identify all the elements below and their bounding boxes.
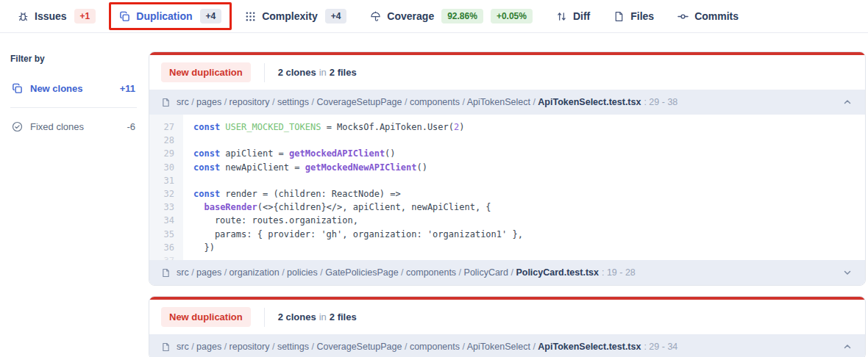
path-separator: / — [530, 97, 538, 107]
code-line: 31 — [149, 174, 865, 187]
path-segment: CoverageSetupPage — [316, 342, 402, 352]
path-separator: / — [189, 342, 196, 352]
complexity-icon — [245, 11, 256, 22]
file-path-row[interactable]: src / pages / organization / policies / … — [149, 260, 865, 285]
path-segment: src — [177, 342, 189, 352]
duplicate-icon — [12, 83, 23, 94]
sidebar-item-new-clones[interactable]: New clones+11 — [10, 76, 137, 101]
line-number: 36 — [149, 241, 183, 254]
code-text: route: routes.organization, — [183, 214, 358, 227]
file-name: PolicyCard.test.tsx — [516, 267, 599, 278]
card-header: New duplication2 clonesin2 files — [149, 300, 865, 334]
path-segment: organization — [230, 267, 280, 278]
line-number: 33 — [149, 201, 183, 214]
file-name: ApiTokenSelect.test.tsx — [538, 97, 641, 107]
path-separator: / — [456, 267, 463, 278]
code-text — [183, 174, 193, 187]
path-separator: / — [318, 267, 325, 278]
tab-diff[interactable]: Diff — [546, 4, 600, 29]
card-header: New duplication2 clonesin2 files — [149, 55, 865, 90]
code-text: }) — [183, 241, 215, 254]
filter-by-title: Filter by — [10, 54, 137, 64]
path-segment: pages — [196, 267, 221, 278]
sidebar-item-label: Fixed clones — [30, 121, 84, 132]
umbrella-icon — [370, 11, 381, 22]
chevron-down-icon[interactable] — [842, 267, 853, 278]
code-token: ) — [459, 122, 464, 132]
chevron-up-icon[interactable] — [842, 341, 853, 353]
file-path-row[interactable]: src / pages / repository / settings / Co… — [149, 334, 865, 357]
file-doc-icon — [161, 268, 171, 278]
path-separator: / — [399, 267, 406, 278]
tab-issues[interactable]: Issues+1 — [7, 2, 106, 30]
tab-commits[interactable]: Commits — [667, 4, 749, 29]
files-count: 2 files — [330, 311, 357, 322]
code-block: 27const USER_MOCKED_TOKENS = MocksOf.Api… — [149, 115, 865, 260]
file-breadcrumb: src / pages / organization / policies / … — [177, 267, 836, 278]
clone-summary: 2 clonesin2 files — [278, 311, 357, 322]
filter-sidebar: Filter by New clones+11Fixed clones-6 — [0, 33, 149, 140]
tab-label: Issues — [35, 10, 67, 22]
path-segment: ApiTokenSelect — [467, 97, 530, 107]
file-doc-icon — [161, 342, 171, 352]
path-segment: settings — [277, 342, 309, 352]
tab-label: Duplication — [136, 10, 192, 22]
tab-label: Diff — [573, 10, 590, 22]
duplication-card: New duplication2 clonesin2 filessrc / pa… — [149, 296, 866, 357]
code-token: baseRender — [204, 202, 257, 212]
check-circle-icon — [12, 121, 23, 132]
sidebar-item-fixed-clones[interactable]: Fixed clones-6 — [10, 114, 137, 140]
code-text: const USER_MOCKED_TOKENS = MocksOf.ApiTo… — [183, 120, 465, 134]
chevron-up-icon[interactable] — [842, 96, 853, 108]
path-separator: / — [269, 342, 277, 352]
code-line: 36 }) — [149, 241, 865, 254]
code-text: const render = (children: ReactNode) => — [183, 187, 401, 201]
tab-label: Commits — [694, 10, 739, 22]
code-text: const newApiClient = getMockedNewAPIClie… — [183, 161, 427, 174]
files-count: 2 files — [330, 67, 357, 78]
code-line: 28 — [149, 134, 865, 147]
line-number: 32 — [149, 187, 183, 201]
code-token: params: { provider: 'gh', organization: … — [193, 229, 523, 239]
tab-complexity[interactable]: Complexity+4 — [235, 2, 357, 30]
tab-coverage[interactable]: Coverage92.86%+0.05% — [360, 2, 543, 30]
path-segment: repository — [230, 97, 270, 107]
tab-files[interactable]: Files — [603, 4, 664, 29]
sidebar-item-label: New clones — [30, 83, 83, 94]
code-token: }) — [193, 242, 215, 253]
report-tabs-bar: Issues+1Duplication+4Complexity+4Coverag… — [0, 0, 868, 33]
code-text: baseRender(<>{children}</>, apiClient, n… — [183, 201, 491, 214]
bug-icon — [18, 11, 29, 22]
code-token: const — [193, 162, 225, 173]
code-line: 33 baseRender(<>{children}</>, apiClient… — [149, 201, 865, 214]
code-line: 32const render = (children: ReactNode) =… — [149, 187, 865, 201]
line-number: 27 — [149, 120, 183, 134]
tab-label: Complexity — [262, 10, 317, 22]
path-segment: CoverageSetupPage — [316, 97, 402, 107]
diff-icon — [556, 11, 567, 22]
path-separator: / — [280, 267, 287, 278]
tab-badge: +0.05% — [491, 9, 533, 24]
clones-count: 2 clones — [278, 67, 316, 78]
code-line: 27const USER_MOCKED_TOKENS = MocksOf.Api… — [149, 120, 865, 134]
file-breadcrumb: src / pages / repository / settings / Co… — [177, 97, 836, 107]
code-line: 30const newApiClient = getMockedNewAPICl… — [149, 161, 865, 174]
clones-count: 2 clones — [278, 311, 316, 322]
path-separator: / — [508, 267, 516, 278]
code-line: 29const apiClient = getMockedAPIClient() — [149, 147, 865, 160]
new-duplication-badge: New duplication — [161, 307, 251, 327]
page-layout: Filter by New clones+11Fixed clones-6 Ne… — [0, 33, 868, 357]
file-doc-icon — [161, 98, 171, 107]
path-separator: / — [530, 342, 538, 352]
path-separator: / — [189, 97, 196, 107]
path-separator: / — [221, 267, 229, 278]
file-path-row[interactable]: src / pages / repository / settings / Co… — [149, 90, 865, 115]
file-icon — [613, 11, 625, 22]
code-text: const apiClient = getMockedAPIClient() — [183, 147, 396, 160]
tab-label: Coverage — [387, 10, 434, 22]
file-name: ApiTokenSelect.test.tsx — [538, 342, 641, 352]
header-divider — [264, 308, 265, 327]
tab-duplication[interactable]: Duplication+4 — [109, 2, 232, 30]
path-segment: GatePoliciesPage — [325, 267, 398, 278]
code-token: const — [193, 189, 225, 199]
